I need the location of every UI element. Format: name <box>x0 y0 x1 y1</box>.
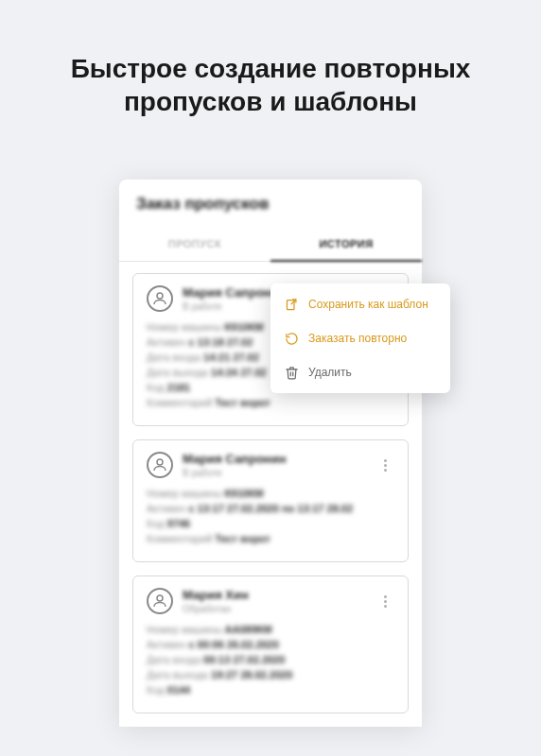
tab-passes[interactable]: ПРОПУСК <box>119 227 270 261</box>
label: Код <box>147 684 165 696</box>
value: 0144 <box>167 684 190 696</box>
hero-title: Быстрое создание повторных пропусков и ш… <box>0 0 541 118</box>
card-status: Обработан <box>183 604 366 614</box>
menu-label: Сохранить как шаблон <box>308 298 428 311</box>
value: 2181 <box>167 382 190 393</box>
menu-save-template[interactable]: Сохранить как шаблон <box>270 287 450 321</box>
card-name: Мария Хин <box>183 588 366 602</box>
kebab-icon <box>384 595 387 608</box>
label: Номер машины <box>147 488 222 499</box>
pass-card: Мария Хин Обработан Номер машины АА089КМ… <box>132 576 409 713</box>
menu-reorder[interactable]: Заказать повторно <box>270 321 450 355</box>
pass-card: Мария Сапронин В работе Номер машины К91… <box>132 439 409 562</box>
value: Тест ворот <box>215 397 270 408</box>
value: 14:21 27.02 <box>203 352 259 363</box>
label: Дата выхода <box>147 367 208 378</box>
context-menu: Сохранить как шаблон Заказать повторно У… <box>270 284 450 393</box>
phone-mockup: Заказ пропусков ПРОПУСК ИСТОРИЯ Мария Са… <box>119 180 422 727</box>
value: 00:13 27.02.2020 <box>203 654 285 665</box>
screen-title: Заказ пропусков <box>119 180 422 227</box>
label: Активен <box>147 503 185 514</box>
label: Активен <box>147 336 185 348</box>
save-template-icon <box>284 297 299 312</box>
svg-point-0 <box>157 293 163 299</box>
value: 9746 <box>167 518 190 529</box>
label: Код <box>147 518 165 529</box>
label: Дата входа <box>147 654 201 665</box>
label: Дата входа <box>147 352 201 363</box>
value: 19:27 28.02.2020 <box>211 669 292 680</box>
card-menu-button[interactable] <box>375 452 394 478</box>
avatar-icon <box>147 588 173 614</box>
card-name: Мария Сапронин <box>183 452 366 466</box>
label: Код <box>147 382 165 393</box>
refresh-icon <box>284 331 299 346</box>
value: К910КМ <box>225 321 264 333</box>
menu-delete[interactable]: Удалить <box>270 355 450 389</box>
value: с 13:18 27.02 <box>188 336 253 348</box>
value: с 00:06 26.02.2020 <box>188 639 278 650</box>
label: Номер машины <box>147 321 222 333</box>
avatar-icon <box>147 452 173 478</box>
label: Активен <box>147 639 185 650</box>
svg-point-1 <box>157 459 163 465</box>
value: с 13:17 27.02.2020 по 13:17 28.02 <box>188 503 353 514</box>
menu-label: Заказать повторно <box>308 332 407 345</box>
label: Дата выхода <box>147 669 208 680</box>
avatar-icon <box>147 285 173 312</box>
label: Комментарий <box>147 397 212 408</box>
svg-point-2 <box>157 595 163 601</box>
value: 14:24 27.02 <box>211 367 267 378</box>
trash-icon <box>284 365 299 380</box>
card-menu-button[interactable] <box>375 588 394 614</box>
kebab-icon <box>384 459 387 472</box>
value: Тест ворот <box>215 533 270 544</box>
tabs: ПРОПУСК ИСТОРИЯ <box>119 227 422 262</box>
value: К910КМ <box>225 488 264 499</box>
card-status: В работе <box>183 468 366 478</box>
menu-label: Удалить <box>308 366 352 379</box>
value: АА089КМ <box>225 624 272 635</box>
tab-history[interactable]: ИСТОРИЯ <box>270 227 422 261</box>
label: Номер машины <box>147 624 222 635</box>
label: Комментарий <box>147 533 212 544</box>
